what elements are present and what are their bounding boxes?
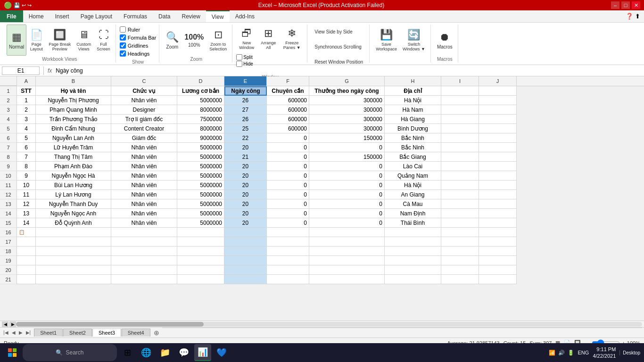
cell-j-8[interactable]	[479, 152, 517, 162]
cell-stt-5[interactable]: 4	[17, 124, 36, 133]
tab-data[interactable]: Data	[153, 10, 176, 22]
cell-thuong-18[interactable]	[309, 247, 385, 256]
cell-i-15[interactable]	[441, 218, 479, 228]
row-num-4[interactable]: 4	[0, 115, 17, 124]
view-side-by-side-btn[interactable]: View Side by Side	[311, 25, 355, 39]
cell-ngaycong-7[interactable]: 20	[224, 143, 267, 152]
cell-chuyencan-20[interactable]	[267, 265, 309, 275]
cell-thuong-16[interactable]	[309, 228, 385, 237]
sheet-nav-last[interactable]: ▶|	[25, 330, 33, 335]
normal-view-btn[interactable]: ▦ Normal	[7, 25, 26, 56]
cell-chuyencan-6[interactable]: 0	[267, 133, 309, 143]
cell-hoten-15[interactable]: Đỗ Quỳnh Anh	[36, 218, 111, 228]
cell-luong-11[interactable]: 5000000	[177, 181, 224, 190]
maximize-btn[interactable]: □	[621, 1, 630, 9]
cell-chuyencan-2[interactable]: 600000	[267, 96, 309, 105]
cell-i-21[interactable]	[441, 275, 479, 284]
reset-window-btn[interactable]: Reset Window Position	[311, 55, 366, 69]
cell-hoten-16[interactable]	[36, 228, 111, 237]
cell-stt-4[interactable]: 3	[17, 115, 36, 124]
col-header-I[interactable]: I	[441, 76, 479, 86]
cell-luong-17[interactable]	[177, 237, 224, 247]
tab-insert[interactable]: Insert	[50, 10, 75, 22]
cell-hoten-5[interactable]: Đinh Cẩm Nhung	[36, 124, 111, 133]
cell-thuong-11[interactable]: 0	[309, 181, 385, 190]
close-btn[interactable]: ✕	[632, 1, 640, 9]
cell-diachi-18[interactable]	[385, 247, 441, 256]
cell-stt-11[interactable]: 10	[17, 181, 36, 190]
cell-stt-17[interactable]	[17, 237, 36, 247]
row-num-5[interactable]: 5	[0, 124, 17, 133]
taskbar-zalo[interactable]: 💙	[213, 344, 230, 361]
cell-hoten-20[interactable]	[36, 265, 111, 275]
ruler-checkbox[interactable]: Ruler	[120, 26, 157, 33]
col-header-A[interactable]: A	[17, 76, 36, 86]
minimize-btn[interactable]: –	[611, 1, 619, 9]
taskbar-battery-icon[interactable]: 🔋	[568, 350, 574, 356]
sheet-tab-2[interactable]: Sheet2	[63, 329, 92, 337]
row-num-10[interactable]: 10	[0, 171, 17, 181]
cell-diachi-16[interactable]	[385, 228, 441, 237]
cell-luong-5[interactable]: 8000000	[177, 124, 224, 133]
cell-j-19[interactable]	[479, 256, 517, 265]
sheet-tab-4[interactable]: Sheet4	[122, 329, 150, 337]
row-num-7[interactable]: 7	[0, 143, 17, 152]
cell-diachi-15[interactable]: Thái Bình	[385, 218, 441, 228]
taskbar-language[interactable]: ENG	[578, 350, 589, 355]
cell-diachi-6[interactable]: Bắc Ninh	[385, 133, 441, 143]
cell-thuong-5[interactable]: 300000	[309, 124, 385, 133]
cell-j-11[interactable]	[479, 181, 517, 190]
cell-i-13[interactable]	[441, 199, 479, 209]
cell-chucvu-19[interactable]	[111, 256, 177, 265]
cell-ngaycong-3[interactable]: 27	[224, 105, 267, 115]
row-num-2[interactable]: 2	[0, 96, 17, 105]
cell-luong-19[interactable]	[177, 256, 224, 265]
col-header-C[interactable]: C	[111, 76, 177, 86]
cell-chucvu-15[interactable]: Nhân viên	[111, 218, 177, 228]
tab-formulas[interactable]: Formulas	[118, 10, 153, 22]
cell-thuong-20[interactable]	[309, 265, 385, 275]
cell-chuyencan-10[interactable]: 0	[267, 171, 309, 181]
cell-chuyencan-8[interactable]: 0	[267, 152, 309, 162]
header-chuyencan[interactable]: Chuyên cần	[267, 86, 309, 96]
cell-chuyencan-15[interactable]: 0	[267, 218, 309, 228]
cell-stt-9[interactable]: 8	[17, 162, 36, 171]
cell-thuong-17[interactable]	[309, 237, 385, 247]
cell-stt-19[interactable]	[17, 256, 36, 265]
cell-chucvu-10[interactable]: Nhân viên	[111, 171, 177, 181]
page-layout-btn[interactable]: 📄 PageLayout	[27, 25, 45, 56]
cell-luong-15[interactable]: 5000000	[177, 218, 224, 228]
col-header-D[interactable]: D	[177, 76, 224, 86]
cell-ngaycong-2[interactable]: 26	[224, 96, 267, 105]
cell-i-8[interactable]	[441, 152, 479, 162]
cell-chuyencan-18[interactable]	[267, 247, 309, 256]
cell-ngaycong-6[interactable]: 22	[224, 133, 267, 143]
cell-luong-4[interactable]: 7500000	[177, 115, 224, 124]
cell-j-5[interactable]	[479, 124, 517, 133]
cell-stt-18[interactable]	[17, 247, 36, 256]
cell-chucvu-14[interactable]: Nhân viên	[111, 209, 177, 218]
row-num-12[interactable]: 12	[0, 190, 17, 199]
cell-diachi-8[interactable]: Bắc Giang	[385, 152, 441, 162]
cell-thuong-21[interactable]	[309, 275, 385, 284]
row-num-15[interactable]: 15	[0, 218, 17, 228]
formula-bar-checkbox[interactable]: Formula Bar	[120, 34, 157, 41]
cell-stt-14[interactable]: 13	[17, 209, 36, 218]
cell-ngaycong-4[interactable]: 26	[224, 115, 267, 124]
taskbar-desktop-btn[interactable]: Desktop	[619, 350, 640, 355]
cell-hoten-18[interactable]	[36, 247, 111, 256]
header-hoten[interactable]: Họ và tên	[36, 86, 111, 96]
cell-chucvu-5[interactable]: Content Creator	[111, 124, 177, 133]
cell-j-20[interactable]	[479, 265, 517, 275]
cell-diachi-11[interactable]: Hà Nội	[385, 181, 441, 190]
sheet-tab-1[interactable]: Sheet1	[34, 329, 63, 337]
cell-chucvu-20[interactable]	[111, 265, 177, 275]
header-chucvu[interactable]: Chức vụ	[111, 86, 177, 96]
cell-hoten-13[interactable]: Nguyễn Thanh Duy	[36, 199, 111, 209]
ribbon-help-icon[interactable]: ❓	[626, 13, 633, 20]
taskbar-teams[interactable]: 💬	[175, 344, 192, 361]
cell-i-10[interactable]	[441, 171, 479, 181]
cell-ngaycong-10[interactable]: 20	[224, 171, 267, 181]
cell-ngaycong-5[interactable]: 25	[224, 124, 267, 133]
page-break-btn[interactable]: 🔲 Page BreakPreview	[46, 25, 73, 56]
